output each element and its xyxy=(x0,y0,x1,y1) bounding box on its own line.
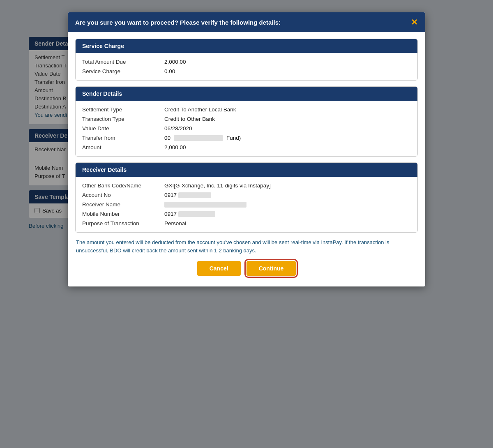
modal-header: Are you sure you want to proceed? Please… xyxy=(68,12,425,32)
button-row: Cancel Continue xyxy=(75,261,418,280)
transfer-from-suffix: Fund) xyxy=(226,135,241,141)
bank-code-row: Other Bank Code/Name GXI[G-Xchange, Inc.… xyxy=(82,182,411,189)
service-charge-value: 0.00 xyxy=(164,68,175,74)
cancel-button[interactable]: Cancel xyxy=(197,261,241,276)
value-date-value: 06/28/2020 xyxy=(164,125,192,132)
confirmation-modal: Are you sure you want to proceed? Please… xyxy=(68,12,425,286)
service-charge-card: Service Charge Total Amount Due 2,000.00… xyxy=(75,39,418,81)
mobile-number-redacted xyxy=(178,211,215,217)
account-no-row: Account No 0917 xyxy=(82,192,411,198)
amount-row: Amount 2,000.00 xyxy=(82,144,411,150)
bank-code-label: Other Bank Code/Name xyxy=(82,182,164,189)
transfer-from-row: Transfer from 00 Fund) xyxy=(82,135,411,141)
transfer-from-prefix: 00 xyxy=(164,135,170,141)
service-charge-header: Service Charge xyxy=(76,39,417,53)
transaction-type-row: Transaction Type Credit to Other Bank xyxy=(82,116,411,122)
instapay-notice: The amount you entered will be deducted … xyxy=(75,238,418,254)
purpose-row: Purpose of Transaction Personal xyxy=(82,220,411,226)
total-amount-label: Total Amount Due xyxy=(82,59,164,65)
account-no-redacted xyxy=(178,192,211,198)
service-charge-row: Service Charge 0.00 xyxy=(82,68,411,74)
receiver-details-header: Receiver Details xyxy=(76,163,417,177)
amount-value: 2,000.00 xyxy=(164,144,186,150)
service-charge-body: Total Amount Due 2,000.00 Service Charge… xyxy=(76,53,417,80)
sender-details-card: Sender Details Settlement Type Credit To… xyxy=(75,86,418,157)
receiver-details-card: Receiver Details Other Bank Code/Name GX… xyxy=(75,162,418,233)
total-amount-value: 2,000.00 xyxy=(164,59,186,65)
transaction-type-value: Credit to Other Bank xyxy=(164,116,215,122)
modal-title: Are you sure you want to proceed? Please… xyxy=(75,19,281,26)
settlement-type-label: Settlement Type xyxy=(82,106,164,113)
receiver-name-label: Receiver Name xyxy=(82,201,164,208)
account-no-label: Account No xyxy=(82,192,164,198)
receiver-name-redacted xyxy=(164,202,246,208)
purpose-value: Personal xyxy=(164,220,186,226)
amount-label: Amount xyxy=(82,144,164,150)
service-charge-label: Service Charge xyxy=(82,68,164,74)
value-date-label: Value Date xyxy=(82,125,164,132)
sender-details-body: Settlement Type Credit To Another Local … xyxy=(76,101,417,156)
continue-button[interactable]: Continue xyxy=(246,261,296,276)
modal-body: Service Charge Total Amount Due 2,000.00… xyxy=(68,32,425,286)
receiver-details-body: Other Bank Code/Name GXI[G-Xchange, Inc.… xyxy=(76,177,417,232)
modal-overlay: Are you sure you want to proceed? Please… xyxy=(0,0,493,448)
mobile-number-row: Mobile Number 0917 xyxy=(82,211,411,217)
receiver-name-row: Receiver Name xyxy=(82,201,411,208)
transfer-from-value: 00 Fund) xyxy=(164,135,241,141)
close-icon[interactable]: ✕ xyxy=(411,18,418,26)
mobile-number-label: Mobile Number xyxy=(82,211,164,217)
total-amount-row: Total Amount Due 2,000.00 xyxy=(82,59,411,65)
purpose-label: Purpose of Transaction xyxy=(82,220,164,226)
account-no-prefix: 0917 xyxy=(164,192,177,198)
bank-code-value: GXI[G-Xchange, Inc. 11-digits via Instap… xyxy=(164,182,271,189)
sender-details-header: Sender Details xyxy=(76,87,417,101)
mobile-number-prefix: 0917 xyxy=(164,211,177,217)
value-date-row: Value Date 06/28/2020 xyxy=(82,125,411,132)
transfer-from-redacted xyxy=(174,135,223,141)
transaction-type-label: Transaction Type xyxy=(82,116,164,122)
settlement-type-value: Credit To Another Local Bank xyxy=(164,106,236,113)
transfer-from-label: Transfer from xyxy=(82,135,164,141)
settlement-type-row: Settlement Type Credit To Another Local … xyxy=(82,106,411,113)
